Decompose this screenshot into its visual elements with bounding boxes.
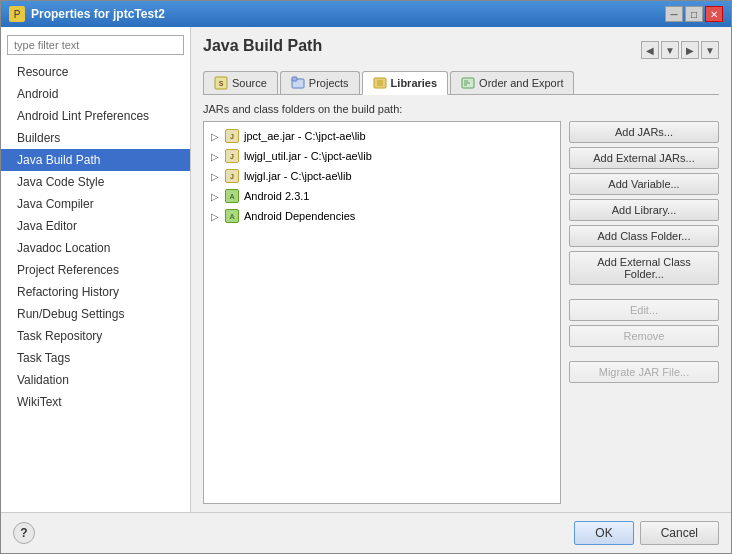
migrate-jar-button[interactable]: Migrate JAR File...: [569, 361, 719, 383]
sidebar-item-refactoring-history[interactable]: Refactoring History: [1, 281, 190, 303]
tree-panel: ▷ J jpct_ae.jar - C:\jpct-ae\lib ▷ J lwj…: [203, 121, 561, 504]
tree-label-lwjgl: lwjgl.jar - C:\jpct-ae\lib: [244, 170, 352, 182]
add-class-folder-button[interactable]: Add Class Folder...: [569, 225, 719, 247]
tree-label-android231: Android 2.3.1: [244, 190, 309, 202]
cancel-button[interactable]: Cancel: [640, 521, 719, 545]
tree-item-lwjgl[interactable]: ▷ J lwjgl.jar - C:\jpct-ae\lib: [204, 166, 560, 186]
jar-icon-lwjgl: J: [224, 168, 240, 184]
close-button[interactable]: ✕: [705, 6, 723, 22]
sidebar-item-java-editor[interactable]: Java Editor: [1, 215, 190, 237]
sidebar-item-task-repository[interactable]: Task Repository: [1, 325, 190, 347]
tree-label-android-deps: Android Dependencies: [244, 210, 355, 222]
tab-order-export[interactable]: Order and Export: [450, 71, 574, 94]
sidebar-item-java-compiler[interactable]: Java Compiler: [1, 193, 190, 215]
back-dropdown[interactable]: ▼: [661, 41, 679, 59]
projects-tab-label: Projects: [309, 77, 349, 89]
forward-dropdown[interactable]: ▼: [701, 41, 719, 59]
spacer2: [569, 351, 719, 357]
tabs-bar: S Source Projects: [203, 71, 719, 95]
content-area: ▷ J jpct_ae.jar - C:\jpct-ae\lib ▷ J lwj…: [203, 121, 719, 504]
add-external-class-folder-button[interactable]: Add External Class Folder...: [569, 251, 719, 285]
tab-source[interactable]: S Source: [203, 71, 278, 94]
remove-button[interactable]: Remove: [569, 325, 719, 347]
sidebar-item-android[interactable]: Android: [1, 83, 190, 105]
title-bar-left: P Properties for jptcTest2: [9, 6, 165, 22]
sidebar: Resource Android Android Lint Preference…: [1, 27, 191, 512]
sidebar-item-android-lint[interactable]: Android Lint Preferences: [1, 105, 190, 127]
tree-item-android-deps[interactable]: ▷ A Android Dependencies: [204, 206, 560, 226]
sidebar-item-java-code-style[interactable]: Java Code Style: [1, 171, 190, 193]
source-tab-label: Source: [232, 77, 267, 89]
android-icon-231: A: [224, 188, 240, 204]
order-export-tab-label: Order and Export: [479, 77, 563, 89]
expand-lwjgl: ▷: [208, 169, 222, 183]
add-external-jars-button[interactable]: Add External JARs...: [569, 147, 719, 169]
back-button[interactable]: ◀: [641, 41, 659, 59]
sidebar-item-run-debug-settings[interactable]: Run/Debug Settings: [1, 303, 190, 325]
tree-item-android231[interactable]: ▷ A Android 2.3.1: [204, 186, 560, 206]
tree-label-lwjgl-util: lwjgl_util.jar - C:\jpct-ae\lib: [244, 150, 372, 162]
svg-text:S: S: [219, 80, 224, 87]
expand-jpct: ▷: [208, 129, 222, 143]
add-library-button[interactable]: Add Library...: [569, 199, 719, 221]
filter-input[interactable]: [7, 35, 184, 55]
jar-icon-jpct: J: [224, 128, 240, 144]
forward-button[interactable]: ▶: [681, 41, 699, 59]
sidebar-item-builders[interactable]: Builders: [1, 127, 190, 149]
nav-arrows: ◀ ▼ ▶ ▼: [641, 41, 719, 59]
expand-android231: ▷: [208, 189, 222, 203]
libraries-tab-label: Libraries: [391, 77, 437, 89]
minimize-button[interactable]: ─: [665, 6, 683, 22]
libraries-tab-icon: [373, 76, 387, 90]
main-content: Java Build Path ◀ ▼ ▶ ▼ S: [191, 27, 731, 512]
tree-item-jpct[interactable]: ▷ J jpct_ae.jar - C:\jpct-ae\lib: [204, 126, 560, 146]
sidebar-item-task-tags[interactable]: Task Tags: [1, 347, 190, 369]
title-buttons: ─ □ ✕: [665, 6, 723, 22]
jar-icon-lwjgl-util: J: [224, 148, 240, 164]
svg-rect-3: [292, 77, 297, 81]
page-title: Java Build Path: [203, 37, 322, 55]
tab-libraries[interactable]: Libraries: [362, 71, 448, 95]
sidebar-item-project-references[interactable]: Project References: [1, 259, 190, 281]
properties-dialog: P Properties for jptcTest2 ─ □ ✕ Resourc…: [0, 0, 732, 554]
ok-button[interactable]: OK: [574, 521, 633, 545]
sidebar-item-resource[interactable]: Resource: [1, 61, 190, 83]
buttons-panel: Add JARs... Add External JARs... Add Var…: [569, 121, 719, 504]
description-text: JARs and class folders on the build path…: [203, 103, 719, 115]
dialog-icon: P: [9, 6, 25, 22]
tab-projects[interactable]: Projects: [280, 71, 360, 94]
edit-button[interactable]: Edit...: [569, 299, 719, 321]
title-bar: P Properties for jptcTest2 ─ □ ✕: [1, 1, 731, 27]
help-button[interactable]: ?: [13, 522, 35, 544]
expand-lwjgl-util: ▷: [208, 149, 222, 163]
expand-android-deps: ▷: [208, 209, 222, 223]
source-tab-icon: S: [214, 76, 228, 90]
sidebar-item-validation[interactable]: Validation: [1, 369, 190, 391]
dialog-body: Resource Android Android Lint Preference…: [1, 27, 731, 512]
tree-item-lwjgl-util[interactable]: ▷ J lwjgl_util.jar - C:\jpct-ae\lib: [204, 146, 560, 166]
tree-label-jpct: jpct_ae.jar - C:\jpct-ae\lib: [244, 130, 366, 142]
footer-right: OK Cancel: [574, 521, 719, 545]
add-jars-button[interactable]: Add JARs...: [569, 121, 719, 143]
android-icon-deps: A: [224, 208, 240, 224]
order-export-tab-icon: [461, 76, 475, 90]
spacer1: [569, 289, 719, 295]
projects-tab-icon: [291, 76, 305, 90]
sidebar-item-wikitext[interactable]: WikiText: [1, 391, 190, 413]
add-variable-button[interactable]: Add Variable...: [569, 173, 719, 195]
sidebar-item-javadoc-location[interactable]: Javadoc Location: [1, 237, 190, 259]
dialog-title: Properties for jptcTest2: [31, 7, 165, 21]
sidebar-item-java-build-path[interactable]: Java Build Path: [1, 149, 190, 171]
maximize-button[interactable]: □: [685, 6, 703, 22]
dialog-footer: ? OK Cancel: [1, 512, 731, 553]
sidebar-tree: Resource Android Android Lint Preference…: [1, 61, 190, 508]
